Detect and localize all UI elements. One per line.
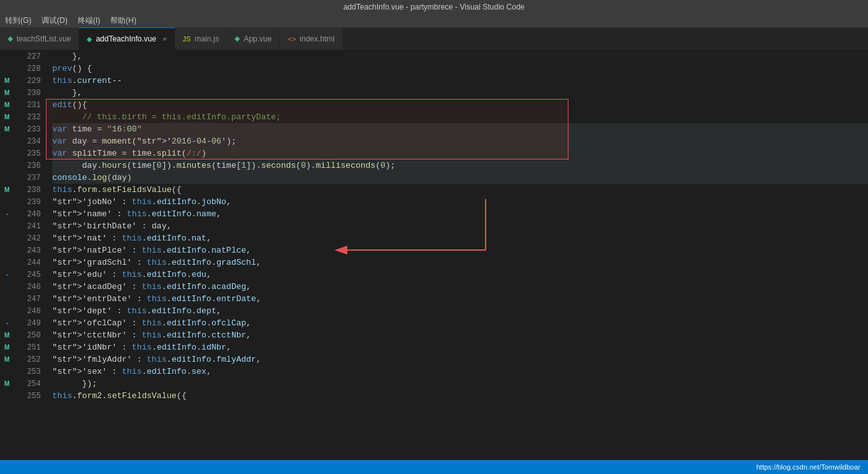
gutter-cell [0, 50, 14, 63]
code-line: "str">'fmlyAddr' : this.editInfo.fmlyAdd… [52, 353, 868, 366]
vue-icon: ◆ [87, 35, 92, 43]
line-number: 231 [14, 99, 41, 111]
code-line: var day = moment("str">'2016-04-06'); [52, 135, 868, 147]
close-icon[interactable]: × [163, 35, 166, 43]
code-line: "str">'sex' : this.editInfo.sex, [52, 366, 868, 378]
line-number: 235 [14, 147, 41, 159]
gutter-cell: M [0, 341, 14, 353]
line-number: 252 [14, 353, 41, 366]
code-line: var time = "16:00" [52, 123, 868, 135]
line-number: 246 [14, 281, 41, 293]
line-number: 238 [14, 184, 41, 196]
tab-indexhtml[interactable]: <> index.html [280, 27, 343, 50]
tab-label: index.html [300, 34, 335, 43]
gutter-cell [0, 147, 14, 159]
gutter-cell: M [0, 111, 14, 123]
menu-goto[interactable]: 转到(G) [5, 15, 31, 26]
line-number: 248 [14, 305, 41, 317]
gutter-cell: • [0, 269, 14, 281]
code-line: "str">'birthDate' : day, [52, 220, 868, 232]
code-line: "str">'idNbr' : this.editInfo.idNbr, [52, 341, 868, 353]
code-line: }, [52, 50, 868, 63]
title-bar: addTeachInfo.vue - partymbrece - Visual … [0, 0, 868, 14]
gutter-cell: M [0, 329, 14, 341]
line-number: 255 [14, 390, 41, 402]
js-icon: JS [183, 35, 191, 43]
code-line: "str">'nat' : this.editInfo.nat, [52, 232, 868, 244]
gutter-cell [0, 366, 14, 378]
tab-label: teachStfList.vue [17, 34, 71, 43]
line-number: 254 [14, 378, 41, 390]
code-line: "str">'acadDeg' : this.editInfo.acadDeg, [52, 281, 868, 293]
tab-label: addTeachInfo.vue [96, 34, 156, 43]
code-line: "str">'ctctNbr' : this.editInfo.ctctNbr, [52, 329, 868, 341]
line-number: 250 [14, 329, 41, 341]
line-number: 247 [14, 293, 41, 305]
line-number: 241 [14, 220, 41, 232]
gutter-cell [0, 135, 14, 147]
vue-icon: ◆ [235, 34, 240, 43]
gutter-cell [0, 172, 14, 184]
code-line: prev() { [52, 63, 868, 75]
gutter-cell: M [0, 87, 14, 99]
line-number: 237 [14, 172, 41, 184]
gutter-cell [0, 244, 14, 256]
line-number: 251 [14, 341, 41, 353]
code-line: "str">'name' : this.editInfo.name, [52, 208, 868, 220]
code-line: // this.birth = this.editInfo.partyDate; [52, 111, 868, 123]
vue-icon: ◆ [8, 34, 13, 43]
code-line: this.form.setFieldsValue({ [52, 184, 868, 196]
line-number: 240 [14, 208, 41, 220]
code-line: "str">'natPlce' : this.editInfo.natPlce, [52, 244, 868, 256]
code-line: this.current-- [52, 75, 868, 87]
line-number: 230 [14, 87, 41, 99]
code-line: this.form2.setFieldsValue({ [52, 390, 868, 402]
line-number: 228 [14, 63, 41, 75]
line-number: 253 [14, 366, 41, 378]
menu-help[interactable]: 帮助(H) [110, 15, 136, 26]
tab-label: App.vue [243, 34, 271, 43]
git-gutter: MMMMMM•••MMMM [0, 50, 14, 460]
gutter-cell [0, 159, 14, 172]
gutter-cell: M [0, 99, 14, 111]
line-number: 249 [14, 317, 41, 329]
menu-debug[interactable]: 调试(D) [41, 15, 68, 26]
gutter-cell: • [0, 317, 14, 329]
tab-appvue[interactable]: ◆ App.vue [227, 27, 280, 50]
code-line: day.hours(time[0]).minutes(time[1]).seco… [52, 159, 868, 172]
gutter-cell [0, 256, 14, 269]
code-line: "str">'gradSchl' : this.editInfo.gradSch… [52, 256, 868, 269]
gutter-cell [0, 390, 14, 402]
blog-link: https://blog.csdn.net/Tomwildboar [756, 463, 860, 471]
gutter-cell [0, 196, 14, 208]
gutter-cell [0, 220, 14, 232]
gutter-cell [0, 293, 14, 305]
code-line: }, [52, 87, 868, 99]
gutter-cell: M [0, 184, 14, 196]
gutter-cell: • [0, 208, 14, 220]
gutter-cell [0, 63, 14, 75]
status-bar: https://blog.csdn.net/Tomwildboar [0, 460, 868, 474]
tab-teachStfList[interactable]: ◆ teachStfList.vue [0, 27, 79, 50]
code-line: "str">'jobNo' : this.editInfo.jobNo, [52, 196, 868, 208]
line-number: 227 [14, 50, 41, 63]
line-number: 244 [14, 256, 41, 269]
code-line: edit(){ [52, 99, 868, 111]
tab-mainjs[interactable]: JS main.js [175, 27, 228, 50]
tab-addTeachInfo[interactable]: ◆ addTeachInfo.vue × [79, 27, 175, 50]
line-number: 236 [14, 159, 41, 172]
line-number: 245 [14, 269, 41, 281]
line-numbers: 2272282292302312322332342352362372382392… [14, 50, 46, 460]
gutter-cell: M [0, 353, 14, 366]
code-line: console.log(day) [52, 172, 868, 184]
code-line: var splitTime = time.split(/:/) [52, 147, 868, 159]
gutter-cell [0, 281, 14, 293]
menu-terminal[interactable]: 终端(I) [78, 15, 100, 26]
tab-label: main.js [194, 34, 219, 43]
line-number: 243 [14, 244, 41, 256]
code-line: "str">'edu' : this.editInfo.edu, [52, 269, 868, 281]
code-editor[interactable]: }, prev() { this.current-- }, edit(){ //… [46, 50, 868, 460]
line-number: 229 [14, 75, 41, 87]
gutter-cell [0, 232, 14, 244]
code-line: }); [52, 378, 868, 390]
